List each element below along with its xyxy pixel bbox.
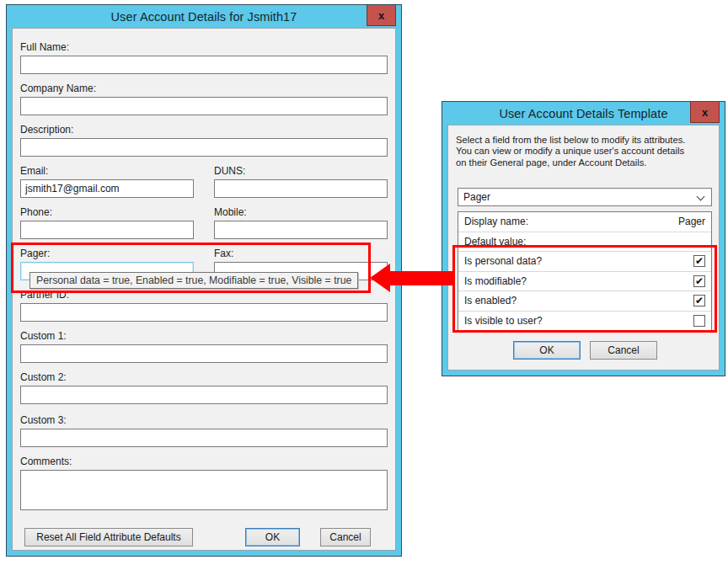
intro-text: Select a field from the list below to mo…: [456, 135, 685, 168]
phone-label: Phone:: [20, 206, 52, 218]
is-enabled-row: Is enabled? ✔: [458, 291, 711, 312]
is-modifiable-checkbox[interactable]: ✔: [693, 275, 705, 287]
title-bar[interactable]: User Account Details Template: [442, 102, 725, 125]
email-label: Email:: [20, 165, 48, 177]
fax-label: Fax:: [214, 248, 233, 259]
mobile-input[interactable]: [214, 221, 388, 239]
duns-label: DUNS:: [214, 165, 245, 177]
title-bar[interactable]: User Account Details for Jsmith17: [7, 5, 401, 28]
mobile-label: Mobile:: [214, 206, 247, 218]
annotation-arrow-shaft: [389, 271, 453, 285]
partner-id-input[interactable]: [20, 303, 388, 322]
custom3-label: Custom 3:: [20, 414, 67, 426]
is-personal-data-checkbox[interactable]: ✔: [693, 255, 705, 267]
default-value-label: Default value:: [464, 236, 526, 248]
is-modifiable-label: Is modifiable?: [464, 275, 527, 287]
close-icon: x: [378, 10, 384, 21]
chevron-down-icon[interactable]: [697, 193, 705, 201]
close-icon: x: [702, 107, 708, 118]
description-input[interactable]: [20, 138, 388, 157]
close-button[interactable]: x: [367, 5, 396, 26]
dialog-title: User Account Details Template: [442, 102, 725, 125]
annotation-arrow-icon: [370, 264, 390, 292]
is-enabled-label: Is enabled?: [464, 295, 517, 306]
ok-button[interactable]: OK: [513, 341, 581, 360]
display-name-row: Display name: Pager: [458, 212, 711, 232]
intro-line: Select a field from the list below to mo…: [456, 135, 685, 146]
is-enabled-checkbox[interactable]: ✔: [693, 295, 705, 306]
cancel-button[interactable]: Cancel: [590, 341, 657, 360]
is-visible-row: Is visible to user?: [458, 312, 711, 331]
intro-line: You can view or modify a unique user's a…: [456, 146, 685, 157]
comments-label: Comments:: [20, 456, 72, 467]
display-name-label: Display name:: [464, 216, 528, 227]
email-input[interactable]: [20, 179, 194, 198]
custom2-input[interactable]: [20, 386, 388, 404]
is-modifiable-row: Is modifiable? ✔: [458, 272, 711, 292]
display-name-value: Pager: [678, 216, 705, 227]
screenshot-root: User Account Details for Jsmith17 x Full…: [0, 0, 728, 565]
close-button[interactable]: x: [690, 102, 720, 123]
reset-defaults-button[interactable]: Reset All Field Attribute Defaults: [24, 528, 193, 546]
field-select-dropdown[interactable]: Pager: [458, 188, 712, 206]
is-personal-data-row: Is personal data? ✔: [458, 252, 711, 272]
full-name-input[interactable]: [20, 56, 388, 74]
company-name-label: Company Name:: [20, 83, 96, 94]
pager-label: Pager:: [20, 248, 50, 259]
attributes-list: Display name: Pager Default value: Is pe…: [458, 211, 712, 331]
cancel-button[interactable]: Cancel: [320, 528, 371, 546]
default-value-row: Default value:: [458, 232, 711, 253]
full-name-label: Full Name:: [20, 41, 69, 53]
phone-input[interactable]: [20, 221, 194, 239]
user-account-details-template-dialog: User Account Details Template x Select a…: [442, 101, 725, 376]
custom1-input[interactable]: [20, 344, 388, 363]
description-label: Description:: [20, 124, 73, 136]
intro-line: on their General page, under Account Det…: [456, 157, 685, 168]
is-personal-data-label: Is personal data?: [464, 255, 542, 267]
attribute-tooltip: Personal data = true, Enabled = true, Mo…: [29, 272, 358, 289]
comments-textarea[interactable]: [20, 470, 388, 510]
field-select-value: Pager: [463, 191, 490, 203]
is-visible-checkbox[interactable]: [693, 315, 705, 327]
custom1-label: Custom 1:: [20, 330, 67, 342]
custom2-label: Custom 2:: [20, 371, 67, 383]
company-name-input[interactable]: [20, 97, 388, 115]
partner-id-label: Partner ID:: [20, 289, 69, 301]
dialog-content: Select a field from the list below to mo…: [447, 125, 720, 370]
dialog-content: Full Name: Company Name: Description: Em…: [12, 28, 396, 551]
dialog-title: User Account Details for Jsmith17: [7, 5, 401, 29]
custom3-input[interactable]: [20, 429, 388, 447]
duns-input[interactable]: [214, 179, 388, 198]
is-visible-label: Is visible to user?: [464, 315, 543, 327]
ok-button[interactable]: OK: [245, 528, 300, 546]
